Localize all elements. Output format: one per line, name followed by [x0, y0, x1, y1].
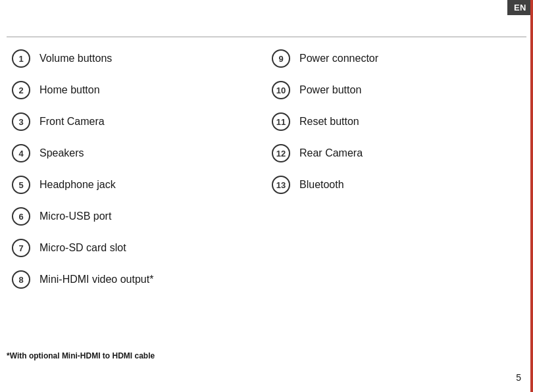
list-item: 1 Volume buttons [7, 43, 266, 74]
page-number: 5 [516, 372, 521, 383]
item-number: 6 [12, 207, 30, 226]
item-number: 12 [272, 144, 290, 162]
right-accent-bar [530, 0, 533, 392]
item-label: Reset button [299, 116, 359, 128]
top-divider [7, 36, 526, 37]
right-column: 9 Power connector 10 Power button 11 Res… [266, 43, 526, 366]
footnote: *With optional Mini-HDMI to HDMI cable [7, 351, 155, 360]
list-item: 3 Front Camera [7, 106, 266, 137]
left-column: 1 Volume buttons 2 Home button 3 Front C… [7, 43, 266, 366]
item-label: Bluetooth [299, 179, 344, 191]
item-label: Power connector [299, 53, 378, 64]
item-number: 13 [272, 176, 290, 194]
list-item: 10 Power button [266, 74, 526, 106]
list-item: 9 Power connector [266, 43, 526, 74]
item-label: Micro-USB port [39, 210, 111, 222]
item-label: Headphone jack [39, 179, 116, 191]
item-label: Front Camera [39, 116, 105, 128]
language-badge: EN [507, 0, 533, 15]
item-number: 2 [12, 81, 30, 99]
item-number: 1 [12, 49, 30, 68]
list-item: 4 Speakers [7, 137, 266, 169]
item-label: Power button [299, 84, 361, 96]
item-number: 5 [12, 176, 30, 194]
list-item: 13 Bluetooth [266, 169, 526, 201]
item-number: 9 [272, 49, 290, 68]
list-item: 12 Rear Camera [266, 137, 526, 169]
item-label: Micro-SD card slot [39, 242, 126, 254]
item-label: Home button [39, 84, 100, 96]
list-item: 8 Mini-HDMI video output* [7, 264, 266, 295]
item-number: 7 [12, 239, 30, 257]
item-number: 3 [12, 112, 30, 131]
item-label: Speakers [39, 147, 84, 159]
list-item: 7 Micro-SD card slot [7, 232, 266, 264]
list-item: 6 Micro-USB port [7, 201, 266, 232]
list-item: 5 Headphone jack [7, 169, 266, 201]
list-item: 2 Home button [7, 74, 266, 106]
item-number: 4 [12, 144, 30, 162]
item-number: 8 [12, 270, 30, 289]
item-number: 10 [272, 81, 290, 99]
item-label: Rear Camera [299, 147, 363, 159]
item-label: Volume buttons [39, 53, 112, 64]
item-number: 11 [272, 112, 290, 131]
item-label: Mini-HDMI video output* [39, 274, 153, 285]
list-item: 11 Reset button [266, 106, 526, 137]
main-content: 1 Volume buttons 2 Home button 3 Front C… [7, 43, 526, 366]
